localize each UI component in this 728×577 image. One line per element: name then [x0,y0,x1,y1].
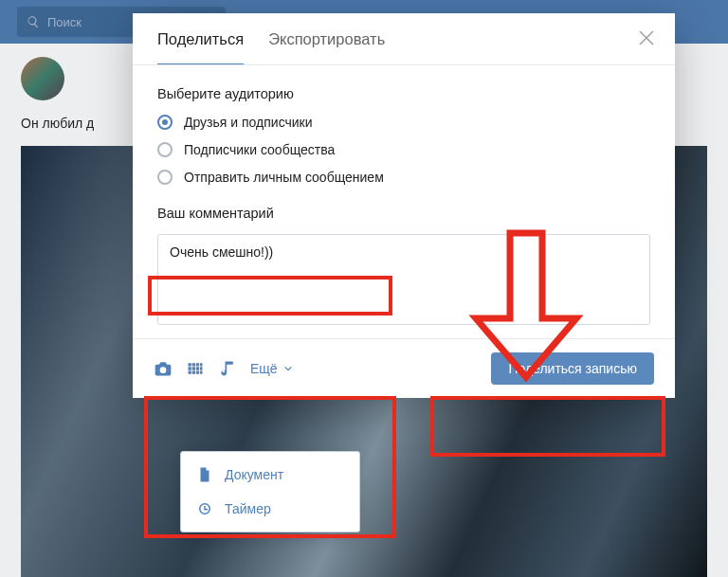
dropdown-timer[interactable]: Таймер [181,492,359,526]
chevron-down-icon [283,364,293,373]
video-icon[interactable] [186,359,205,378]
share-button[interactable]: Поделиться записью [491,352,654,385]
radio-label: Друзья и подписчики [184,115,313,130]
radio-label: Подписчики сообщества [184,142,335,157]
document-icon [196,466,213,483]
attach-more[interactable]: Ещё [250,361,293,376]
radio-label: Отправить личным сообщением [184,170,384,185]
radio-icon [157,115,173,130]
attach-row: Ещё [154,359,293,378]
radio-icon [157,170,173,185]
share-modal: Поделиться Экспортировать Выберите аудит… [133,13,675,398]
attach-more-label: Ещё [250,361,278,376]
avatar [21,57,64,100]
timer-icon [196,500,213,517]
radio-friends[interactable]: Друзья и подписчики [157,115,650,130]
radio-icon [157,142,173,157]
music-icon[interactable] [218,359,237,378]
comment-textarea[interactable] [157,234,650,325]
tab-export[interactable]: Экспортировать [268,30,385,65]
audience-radios: Друзья и подписчики Подписчики сообществ… [157,115,650,185]
radio-community[interactable]: Подписчики сообщества [157,142,650,157]
modal-footer: Ещё Поделиться записью [133,338,675,398]
dropdown-item-label: Документ [225,467,283,482]
close-icon [639,30,654,45]
modal-header: Поделиться Экспортировать [133,13,675,65]
audience-title: Выберите аудиторию [157,86,650,101]
dropdown-item-label: Таймер [225,501,271,516]
close-button[interactable] [639,30,654,45]
search-icon [27,15,40,28]
attach-dropdown: Документ Таймер [180,451,360,532]
radio-private[interactable]: Отправить личным сообщением [157,170,650,185]
camera-icon[interactable] [154,359,173,378]
comment-title: Ваш комментарий [157,206,650,221]
tab-share[interactable]: Поделиться [157,30,244,65]
dropdown-document[interactable]: Документ [181,458,359,492]
